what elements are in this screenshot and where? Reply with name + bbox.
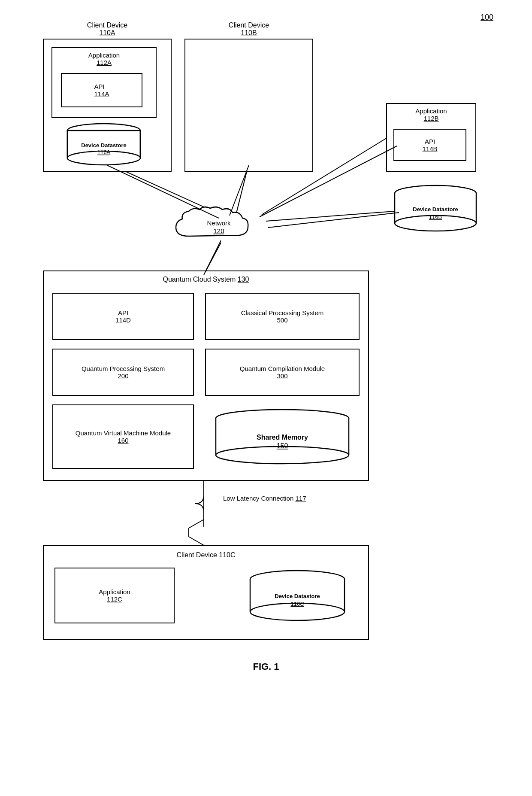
- shared-memory: Shared Memory 150: [205, 404, 360, 469]
- figure-ref: 100: [481, 13, 493, 22]
- svg-text:Shared Memory: Shared Memory: [257, 434, 308, 441]
- figure-label: FIG. 1: [30, 661, 502, 672]
- quantum-vm-box: Quantum Virtual Machine Module 160: [52, 404, 194, 469]
- app112a-title: Application 112A: [52, 52, 156, 66]
- quantum-compilation-label: Quantum Compilation Module 300: [240, 365, 325, 380]
- client-device-110c-box: Client Device 110C Application 112C Devi…: [43, 545, 369, 640]
- application-112b-box: Application 112B API 114B: [386, 103, 476, 172]
- low-latency-label: Low Latency Connection 117: [223, 494, 306, 503]
- application-112a-box: Application 112A API 114A: [51, 47, 157, 118]
- quantum-processing-box: Quantum Processing System 200: [52, 349, 194, 396]
- quantum-compilation-box: Quantum Compilation Module 300: [205, 349, 360, 396]
- svg-text:Device Datastore: Device Datastore: [275, 593, 320, 599]
- datastore-116a: Device Datastore 116A: [65, 123, 142, 166]
- cd110b-title: Client Device 110B: [184, 21, 313, 37]
- svg-text:116A: 116A: [97, 149, 111, 155]
- svg-text:150: 150: [277, 442, 288, 450]
- quantum-cloud-system-box: Quantum Cloud System 130 API 114D Classi…: [43, 270, 369, 481]
- cd110a-title: Client Device 110A: [43, 21, 172, 37]
- api114b-label: API 114B: [422, 138, 437, 152]
- client-device-110a-box: Application 112A API 114A: [43, 39, 172, 172]
- application-112c-box: Application 112C: [54, 568, 175, 623]
- api-114d-box: API 114D: [52, 293, 194, 340]
- svg-line-45: [268, 213, 399, 228]
- cd110c-title: Client Device 110C: [44, 551, 368, 559]
- quantum-vm-label: Quantum Virtual Machine Module 160: [76, 429, 171, 444]
- svg-text:Device Datastore: Device Datastore: [81, 142, 127, 149]
- svg-text:Network: Network: [207, 219, 231, 227]
- api-114b-box: API 114B: [393, 129, 466, 161]
- datastore-116b: Device Datastore 116B: [393, 185, 478, 232]
- datastore-116c: Device Datastore 116C: [244, 568, 351, 623]
- qcs-title: Quantum Cloud System 130: [44, 276, 368, 283]
- api114d-label: API 114D: [115, 309, 131, 324]
- svg-line-46: [204, 243, 221, 275]
- quantum-processing-label: Quantum Processing System 200: [82, 365, 165, 380]
- api-114a-box: API 114A: [61, 73, 142, 107]
- app112b-title: Application 112B: [387, 107, 475, 122]
- app112c-label: Application 112C: [99, 588, 130, 603]
- svg-line-3: [266, 210, 405, 221]
- client-device-110b-box: [184, 39, 313, 172]
- network-cloud: Network 120: [172, 206, 266, 246]
- svg-text:116C: 116C: [290, 601, 304, 607]
- svg-text:116B: 116B: [429, 214, 442, 220]
- classical-processing-box: Classical Processing System 500: [205, 293, 360, 340]
- api114a-label: API 114A: [94, 83, 109, 97]
- classical-processing-label: Classical Processing System 500: [241, 309, 324, 324]
- svg-text:Device Datastore: Device Datastore: [413, 206, 458, 213]
- svg-text:120: 120: [213, 227, 224, 234]
